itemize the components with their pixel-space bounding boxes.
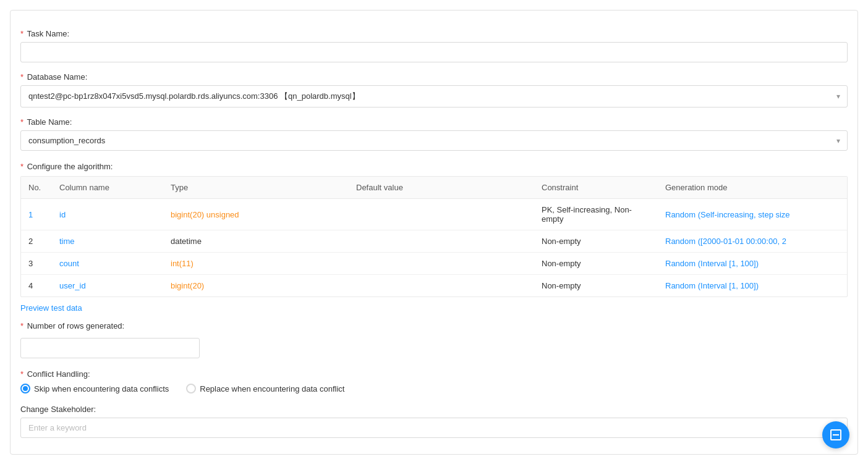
rows-label-text: Number of rows generated: — [27, 321, 125, 330]
required-star-table: * — [20, 117, 23, 127]
required-star-algo: * — [20, 162, 23, 171]
conflict-options-row: Skip when encountering data conflicts Re… — [20, 384, 848, 393]
conflict-label-text: Conflict Handling: — [27, 369, 90, 379]
cell-generation-1[interactable]: Random ([2000-01-01 00:00:00, 2 — [658, 230, 847, 253]
radio-replace-circle — [186, 384, 196, 393]
algorithm-label: * Configure the algorithm: — [20, 162, 848, 171]
table-row: 3 count int(11) Non-empty Random (Interv… — [21, 253, 847, 275]
cell-constraint-2: Non-empty — [534, 253, 658, 275]
db-name-select-wrapper: qntest2@pc-bp1rz8x047xi5vsd5.mysql.polar… — [20, 85, 848, 107]
table-name-value: consumption_records — [28, 136, 105, 145]
stakeholder-select-wrapper: Enter a keyword ▾ — [20, 418, 848, 438]
db-name-label: * Database Name: — [20, 72, 848, 82]
radio-skip-circle — [20, 384, 30, 393]
preview-test-data-link[interactable]: Preview test data — [20, 303, 82, 313]
required-star-db: * — [20, 72, 23, 82]
cell-constraint-0: PK, Self-increasing, Non-empty — [534, 199, 658, 230]
algorithm-label-text: Configure the algorithm: — [27, 162, 113, 171]
table-name-label: * Table Name: — [20, 117, 848, 127]
th-generation-mode: Generation mode — [658, 177, 847, 199]
cell-constraint-3: Non-empty — [534, 275, 658, 297]
table-name-chevron-icon: ▾ — [836, 137, 840, 145]
cell-name-3[interactable]: user_id — [52, 275, 163, 297]
th-column-name: Column name — [52, 177, 163, 199]
cell-type-0: bigint(20) unsigned — [163, 199, 349, 230]
table-header-row: No. Column name Type Default value Const… — [21, 177, 847, 199]
stakeholder-label-text: Change Stakeholder: — [20, 405, 96, 414]
db-name-value: qntest2@pc-bp1rz8x047xi5vsd5.mysql.polar… — [28, 91, 360, 102]
th-no: No. — [21, 177, 52, 199]
cell-generation-2[interactable]: Random (Interval [1, 100]) — [658, 253, 847, 275]
table-name-select-wrapper: consumption_records ▾ — [20, 130, 848, 151]
table-row: 2 time datetime Non-empty Random ([2000-… — [21, 230, 847, 253]
cell-type-3: bigint(20) — [163, 275, 349, 297]
db-name-label-text: Database Name: — [27, 72, 88, 82]
radio-replace[interactable]: Replace when encountering data conflict — [186, 384, 344, 393]
fab-icon — [829, 428, 843, 442]
cell-name-2[interactable]: count — [52, 253, 163, 275]
db-name-chevron-icon: ▾ — [836, 92, 840, 101]
cell-no-0: 1 — [21, 199, 52, 230]
cell-no-3: 4 — [21, 275, 52, 297]
svg-rect-1 — [833, 434, 839, 435]
stakeholder-select[interactable]: Enter a keyword ▾ — [20, 418, 848, 438]
cell-name-0[interactable]: id — [52, 199, 163, 230]
cell-generation-0[interactable]: Random (Self-increasing, step size — [658, 199, 847, 230]
table-row: 1 id bigint(20) unsigned PK, Self-increa… — [21, 199, 847, 230]
form-container: * Task Name: consumption_records * Datab… — [10, 10, 858, 455]
cell-type-1: datetime — [163, 230, 349, 253]
cell-constraint-1: Non-empty — [534, 230, 658, 253]
stakeholder-label: Change Stakeholder: — [20, 405, 848, 414]
cell-default-0 — [349, 199, 534, 230]
conflict-label: * Conflict Handling: — [20, 369, 848, 379]
rows-input[interactable]: 10000 — [20, 338, 200, 358]
required-star-rows: * — [20, 321, 23, 330]
radio-skip-label: Skip when encountering data conflicts — [34, 384, 169, 393]
stakeholder-placeholder: Enter a keyword — [28, 423, 87, 432]
required-star-conflict: * — [20, 369, 23, 379]
task-name-label: * Task Name: — [20, 29, 848, 38]
table-name-label-text: Table Name: — [27, 117, 72, 127]
cell-name-1[interactable]: time — [52, 230, 163, 253]
db-name-select[interactable]: qntest2@pc-bp1rz8x047xi5vsd5.mysql.polar… — [20, 85, 848, 107]
cell-no-1: 2 — [21, 230, 52, 253]
radio-skip[interactable]: Skip when encountering data conflicts — [20, 384, 169, 393]
fab-button[interactable] — [822, 421, 849, 448]
algorithm-table: No. Column name Type Default value Const… — [21, 177, 847, 297]
th-constraint: Constraint — [534, 177, 658, 199]
cell-generation-3[interactable]: Random (Interval [1, 100]) — [658, 275, 847, 297]
cell-default-2 — [349, 253, 534, 275]
algorithm-table-body: 1 id bigint(20) unsigned PK, Self-increa… — [21, 199, 847, 297]
task-name-label-text: Task Name: — [27, 29, 69, 38]
cell-default-1 — [349, 230, 534, 253]
table-name-select[interactable]: consumption_records ▾ — [20, 130, 848, 151]
cell-default-3 — [349, 275, 534, 297]
task-name-input[interactable]: consumption_records — [20, 42, 848, 62]
table-row: 4 user_id bigint(20) Non-empty Random (I… — [21, 275, 847, 297]
rows-label: * Number of rows generated: — [20, 321, 848, 330]
algorithm-table-container: No. Column name Type Default value Const… — [20, 176, 848, 297]
th-type: Type — [163, 177, 349, 199]
cell-type-2: int(11) — [163, 253, 349, 275]
cell-no-2: 3 — [21, 253, 52, 275]
radio-replace-label: Replace when encountering data conflict — [200, 384, 344, 393]
th-default-value: Default value — [349, 177, 534, 199]
required-star-task: * — [20, 29, 23, 38]
